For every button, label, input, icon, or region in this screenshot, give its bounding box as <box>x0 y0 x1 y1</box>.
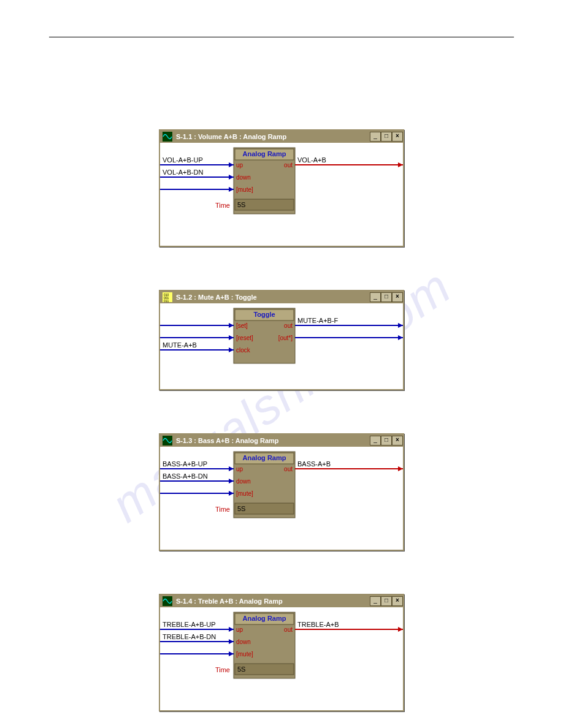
port-label-right: out <box>284 626 293 633</box>
port-label-left: down <box>236 174 251 181</box>
port-label-left: [mute] <box>236 186 253 193</box>
maximize-button[interactable]: □ <box>381 436 392 446</box>
port-label-left: [set] <box>236 322 248 329</box>
block-header: Analog Ramp <box>243 150 286 157</box>
titlebar[interactable]: 010001011S-1.2 : Mute A+B : Toggle_□× <box>160 291 403 303</box>
close-button[interactable]: × <box>392 436 403 446</box>
window-title: S-1.4 : Treble A+B : Analog Ramp <box>175 597 370 605</box>
input-signal-label: VOL-A+B-UP <box>163 156 203 164</box>
port-label-left: up <box>236 466 243 472</box>
window-client: Analog Rampupdown[mute]outTime5SBASS-A+B… <box>160 447 403 550</box>
window-client: Toggle[set][reset]clockout[out*]MUTE-A+B… <box>160 303 403 389</box>
window-client: Analog Rampupdown[mute]outTime5STREBLE-A… <box>160 607 403 710</box>
titlebar[interactable]: S-1.1 : Volume A+B : Analog Ramp_□× <box>160 131 403 143</box>
bits-icon: 010001011 <box>163 292 172 302</box>
param-value: 5S <box>237 201 245 208</box>
port-label-left: [reset] <box>236 335 253 341</box>
close-button[interactable]: × <box>392 596 403 606</box>
input-signal-label: BASS-A+B-UP <box>163 460 207 468</box>
port-label-left: [mute] <box>236 651 253 658</box>
wave-icon <box>163 596 172 606</box>
block-header: Analog Ramp <box>243 615 286 622</box>
wave-icon <box>163 132 172 142</box>
port-label-left: up <box>236 162 243 169</box>
window: S-1.1 : Volume A+B : Analog Ramp_□×Analo… <box>159 129 404 247</box>
window-title: S-1.2 : Mute A+B : Toggle <box>175 294 370 301</box>
maximize-button[interactable]: □ <box>381 596 392 606</box>
port-label-left: up <box>236 626 243 633</box>
input-signal-label: MUTE-A+B <box>163 341 197 349</box>
window-title: S-1.1 : Volume A+B : Analog Ramp <box>175 133 370 140</box>
port-label-right: [out*] <box>278 335 293 341</box>
param-label: Time <box>215 506 230 513</box>
minimize-button[interactable]: _ <box>370 436 381 446</box>
titlebar[interactable]: S-1.3 : Bass A+B : Analog Ramp_□× <box>160 434 403 447</box>
param-value: 5S <box>237 665 245 673</box>
minimize-button[interactable]: _ <box>370 596 381 606</box>
minimize-button[interactable]: _ <box>370 292 381 302</box>
output-signal-label: MUTE-A+B-F <box>297 317 339 324</box>
input-signal-label: VOL-A+B-DN <box>163 169 203 176</box>
port-label-right: out <box>284 466 293 472</box>
maximize-button[interactable]: □ <box>381 132 392 142</box>
output-signal-label: BASS-A+B <box>297 460 331 468</box>
window: S-1.3 : Bass A+B : Analog Ramp_□×Analog … <box>159 433 404 551</box>
output-signal-label: TREBLE-A+B <box>297 621 339 628</box>
window: S-1.4 : Treble A+B : Analog Ramp_□×Analo… <box>159 594 404 711</box>
window: 010001011S-1.2 : Mute A+B : Toggle_□×Tog… <box>159 290 404 390</box>
port-label-left: [mute] <box>236 490 253 497</box>
window-title: S-1.3 : Bass A+B : Analog Ramp <box>175 437 370 444</box>
port-label-right: out <box>284 322 293 329</box>
input-signal-label: TREBLE-A+B-DN <box>163 633 216 640</box>
page-divider-top <box>49 37 514 37</box>
block-header: Analog Ramp <box>243 454 286 461</box>
param-label: Time <box>215 666 230 673</box>
output-signal-label: VOL-A+B <box>297 156 326 164</box>
port-label-left: clock <box>236 347 251 354</box>
svg-text:011: 011 <box>164 299 169 302</box>
close-button[interactable]: × <box>392 132 403 142</box>
port-label-left: down <box>236 478 251 485</box>
port-label-right: out <box>284 162 293 169</box>
input-signal-label: TREBLE-A+B-UP <box>163 621 216 628</box>
input-signal-label: BASS-A+B-DN <box>163 472 208 480</box>
maximize-button[interactable]: □ <box>381 292 392 302</box>
titlebar[interactable]: S-1.4 : Treble A+B : Analog Ramp_□× <box>160 595 403 607</box>
param-value: 5S <box>237 505 245 512</box>
block-header: Toggle <box>253 311 275 318</box>
param-label: Time <box>215 202 230 209</box>
close-button[interactable]: × <box>392 292 403 302</box>
window-client: Analog Rampupdown[mute]outTime5SVOL-A+B-… <box>160 143 403 246</box>
wave-icon <box>163 436 172 446</box>
minimize-button[interactable]: _ <box>370 132 381 142</box>
port-label-left: down <box>236 639 251 645</box>
